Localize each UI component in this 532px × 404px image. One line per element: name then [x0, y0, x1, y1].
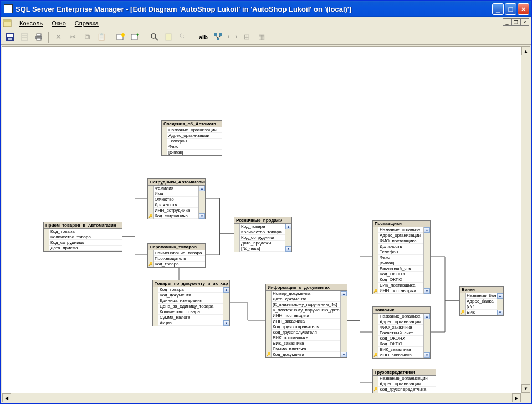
table-scrollbar[interactable]: ▲▼ [497, 293, 503, 315]
column-name[interactable]: БИК_заказчика [272, 341, 340, 346]
paste-button[interactable]: 📋 [95, 31, 108, 43]
column-name[interactable]: Код_ОКПО [378, 277, 423, 283]
column-name[interactable]: Наименование_товара [154, 250, 205, 256]
table-scroll-down[interactable]: ▼ [199, 213, 205, 219]
table-scroll-down[interactable]: ▼ [497, 310, 503, 315]
menu-help[interactable]: Справка [70, 18, 103, 28]
add-table-button[interactable]: + [129, 31, 141, 43]
column-name[interactable]: Адрес_организации [378, 381, 436, 387]
table-header[interactable]: Розничные_продажи [234, 217, 291, 224]
column-name[interactable]: К_платежному_поручению_дата [272, 308, 340, 313]
column-name[interactable]: Единица_измерения [158, 298, 223, 304]
table-scroll-up[interactable]: ▲ [199, 186, 205, 191]
table-header[interactable]: Справочник_товаров [148, 244, 205, 250]
column-name[interactable]: Название_организа [378, 314, 423, 319]
column-name[interactable]: Отчество [154, 197, 198, 202]
table-priem[interactable]: Прием_товаров_в_АвтомагазинКод_товараКол… [43, 222, 122, 252]
column-name[interactable]: Количество_товара [49, 234, 122, 240]
column-name[interactable]: Акциз [158, 320, 223, 326]
column-name[interactable]: Название_организации [167, 127, 222, 133]
key-button[interactable] [177, 31, 190, 43]
column-name[interactable]: [к/с] [466, 304, 497, 310]
column-name[interactable]: БИК_заказчика [378, 347, 423, 352]
column-name[interactable]: БИК [466, 310, 497, 315]
table-header[interactable]: Прием_товаров_в_Автомагазин [44, 222, 122, 229]
column-name[interactable]: ИНН_поставщика [378, 288, 423, 294]
table-header[interactable]: Сотрудники_Автомагазина [148, 179, 205, 186]
scroll-left-button[interactable]: ◀ [2, 393, 11, 402]
column-name[interactable]: Код_документа [272, 352, 340, 357]
column-name[interactable]: Адрес_банка [466, 299, 497, 304]
table-banki[interactable]: Банки🔑Название_банкаАдрес_банка[к/с]БИК▲… [459, 286, 504, 316]
table-header[interactable]: Банки [460, 287, 503, 293]
table-scroll-up[interactable]: ▲ [497, 293, 503, 299]
table-postavshiki[interactable]: Поставщики🔑Название_организаАдрес_органи… [372, 220, 431, 294]
table-svedeniya[interactable]: Сведения_об_АвтомагаНазвание_организации… [161, 120, 222, 156]
column-name[interactable]: Цена_за_единицу_товара [158, 304, 223, 309]
column-name[interactable]: Код_товара [49, 229, 122, 234]
mdi-minimize-button[interactable]: _ [503, 18, 511, 26]
table-scrollbar[interactable]: ▲▼ [423, 314, 430, 358]
delete-button[interactable]: ✕ [52, 31, 64, 43]
table-spravochnik[interactable]: Справочник_товаров🔑Наименование_товараПр… [147, 243, 206, 268]
column-name[interactable]: Факс [167, 144, 222, 150]
table-zakazchik[interactable]: Заказчик🔑Название_организаАдрес_организа… [372, 306, 431, 359]
pagebreak-button[interactable]: ▦ [255, 31, 268, 43]
cut-button[interactable]: ✂ [66, 31, 79, 43]
scroll-up-button[interactable]: ▲ [521, 47, 530, 55]
column-name[interactable]: Код_грузоотправителя [272, 324, 340, 330]
column-name[interactable]: Расчетный_счет [378, 266, 423, 272]
column-name[interactable]: Имя [154, 191, 198, 197]
horizontal-scrollbar[interactable]: ◀ ▶ [2, 393, 521, 402]
table-header[interactable]: Товары_по_документу_и_их_хар [153, 280, 229, 287]
column-name[interactable]: Расчетный_счет [378, 330, 423, 336]
column-name[interactable]: Сумма_платежа [272, 346, 340, 352]
scroll-down-button[interactable]: ▼ [521, 384, 530, 393]
column-name[interactable]: ФИО_заказчика [378, 325, 423, 330]
table-header[interactable]: Заказчик [373, 307, 430, 314]
column-name[interactable]: Код_ОКОНХ [378, 336, 423, 341]
annotation-button[interactable] [163, 31, 175, 43]
column-name[interactable]: Телефон [378, 249, 423, 255]
column-name[interactable]: Название_банка [466, 293, 497, 299]
column-name[interactable]: Название_организации [378, 376, 436, 381]
column-name[interactable]: Дата_документа [272, 296, 340, 302]
column-name[interactable]: Дата_приема [49, 246, 122, 251]
table-scroll-up[interactable]: ▲ [424, 227, 430, 233]
properties-button[interactable] [18, 31, 30, 43]
column-name[interactable]: Код_товара [240, 224, 285, 229]
column-name[interactable]: [e-mail] [167, 150, 222, 155]
table-scroll-up[interactable]: ▲ [424, 314, 430, 319]
column-name[interactable]: Количество_товара [158, 309, 223, 315]
scroll-right-button[interactable]: ▶ [512, 393, 521, 402]
relationship-button[interactable]: ⟷ [227, 31, 239, 43]
table-scrollbar[interactable]: ▲▼ [285, 224, 291, 252]
titlebar[interactable]: SQL Server Enterprise Manager - [Edit Di… [1, 1, 531, 17]
column-name[interactable]: Должность [378, 244, 423, 249]
table-scrollbar[interactable]: ▲▼ [223, 287, 229, 326]
column-name[interactable]: ИНН_заказчика [272, 319, 340, 324]
new-table-button[interactable] [115, 31, 127, 43]
column-name[interactable]: Сумма_налога [158, 315, 223, 320]
copy-button[interactable]: ⧉ [81, 31, 93, 43]
column-name[interactable]: ИНН_сотрудника [154, 208, 198, 213]
table-info_doc[interactable]: Информация_о_документах🔑Номер_документаД… [265, 284, 347, 358]
column-name[interactable]: ИНН_заказчика [378, 352, 423, 358]
arrange-button[interactable] [212, 31, 224, 43]
table-tovary_doc[interactable]: Товары_по_документу_и_их_харКод_товараКо… [152, 280, 230, 326]
table-scroll-down[interactable]: ▼ [341, 352, 347, 357]
menu-window[interactable]: Окно [47, 18, 70, 28]
table-roznica[interactable]: Розничные_продажиКод_товараКоличество_то… [234, 217, 292, 252]
column-name[interactable]: Код_грузополучателя [272, 330, 340, 335]
column-name[interactable]: Дата_продажи [240, 241, 285, 246]
table-scroll-down[interactable]: ▼ [285, 246, 291, 252]
table-header[interactable]: Сведения_об_Автомага [162, 121, 222, 127]
column-name[interactable]: ИНН_поставщика [272, 313, 340, 319]
column-name[interactable]: Адрес_организации [378, 233, 423, 238]
close-button[interactable]: × [518, 3, 529, 15]
column-name[interactable]: Количество_товара [240, 229, 285, 235]
zoom-button[interactable] [149, 31, 161, 43]
minimize-button[interactable]: _ [492, 3, 504, 15]
table-scroll-down[interactable]: ▼ [223, 320, 229, 326]
zoom-label[interactable]: alb [197, 34, 210, 40]
